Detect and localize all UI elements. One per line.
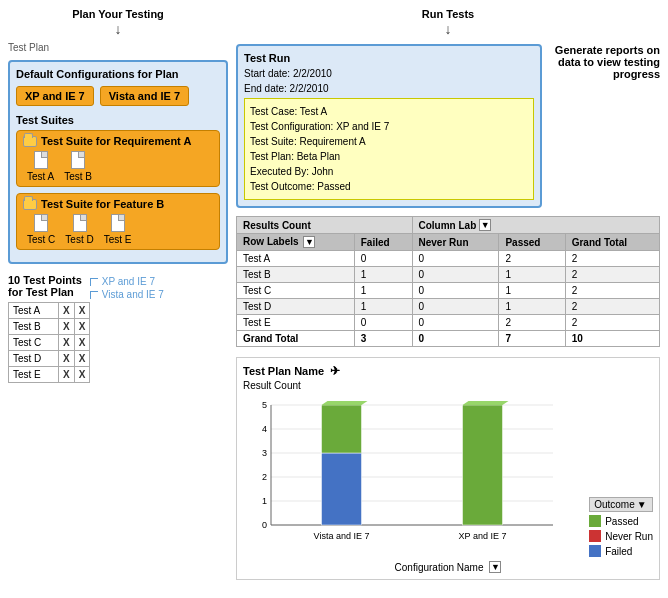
col-row-labels: Row Labels ▼ [237, 234, 355, 251]
svg-text:5: 5 [262, 400, 267, 410]
config-btn-xp[interactable]: XP and IE 7 [16, 86, 94, 106]
test-points-title: 10 Test Points for Test Plan [8, 274, 82, 298]
config-name-row: Configuration Name ▼ [243, 561, 653, 573]
run-tests-title: Run Tests [236, 8, 660, 20]
row-labels-dropdown[interactable]: ▼ [303, 236, 315, 248]
test-item-c: Test C [27, 214, 55, 245]
column-lab-cell: Column Lab ▼ [419, 219, 653, 231]
suite-a-title: Test Suite for Requirement A [23, 135, 213, 147]
chart-title-row: Test Plan Name ✈ [243, 364, 653, 378]
tooltip-box: Test Case: Test A Test Configuration: XP… [244, 98, 534, 200]
table-row: Test AXX [9, 303, 90, 319]
tooltip-test-suite: Test Suite: Requirement A [250, 134, 528, 149]
doc-icon-d [73, 214, 87, 232]
plan-arrow-down: ↓ [8, 22, 228, 36]
results-header-row: Results Count Column Lab ▼ [237, 217, 660, 234]
svg-text:4: 4 [262, 424, 267, 434]
chart-svg-area: 543210Vista and IE 7XP and IE 7 [243, 395, 581, 557]
tooltip-test-outcome: Test Outcome: Passed [250, 179, 528, 194]
results-count-header: Results Count [237, 217, 413, 234]
test-points-section: 10 Test Points for Test Plan XP and IE 7… [8, 274, 228, 383]
legend-failed-color [589, 545, 601, 557]
plan-your-testing-title: Plan Your Testing [8, 8, 228, 20]
test-item-d: Test D [65, 214, 93, 245]
bracket-vista: Vista and IE 7 [90, 289, 164, 300]
svg-text:3: 3 [262, 448, 267, 458]
table-row: Test A0022 [237, 251, 660, 267]
test-item-e: Test E [104, 214, 132, 245]
suite-b-tests: Test C Test D Test E [23, 214, 213, 245]
results-sub-header: Row Labels ▼ Failed Never Run Passed Gra… [237, 234, 660, 251]
start-date: Start date: 2/2/2010 [244, 68, 534, 79]
test-item-b: Test B [64, 151, 92, 182]
legend-passed: Passed [589, 515, 653, 527]
test-plan-label: Test Plan [8, 42, 228, 53]
svg-marker-19 [463, 401, 509, 405]
right-panel: Run Tests ↓ Test Run Start date: 2/2/201… [236, 8, 660, 580]
col-failed: Failed [354, 234, 412, 251]
svg-text:2: 2 [262, 472, 267, 482]
doc-icon-b [71, 151, 85, 169]
table-row: Test CXX [9, 335, 90, 351]
result-count-label: Result Count [243, 380, 653, 391]
col-never-run: Never Run [412, 234, 499, 251]
outcome-dropdown[interactable]: Outcome ▼ [589, 497, 653, 512]
svg-text:0: 0 [262, 520, 267, 530]
chart-area: Test Plan Name ✈ Result Count 543210Vist… [236, 357, 660, 580]
chart-svg: 543210Vista and IE 7XP and IE 7 [243, 395, 563, 555]
points-table: Test AXXTest BXXTest CXXTest DXXTest EXX [8, 302, 90, 383]
config-buttons-container: XP and IE 7 Vista and IE 7 [16, 86, 220, 106]
tooltip-test-plan: Test Plan: Beta Plan [250, 149, 528, 164]
doc-icon-c [34, 214, 48, 232]
left-panel: Plan Your Testing ↓ Test Plan Default Co… [8, 8, 228, 580]
tooltip-test-case: Test Case: Test A [250, 104, 528, 119]
suite-a-box: Test Suite for Requirement A Test A Test… [16, 130, 220, 187]
legend-never-run-label: Never Run [605, 531, 653, 542]
svg-marker-16 [322, 401, 368, 405]
column-lab-label: Column Lab [419, 220, 477, 231]
end-date: End date: 2/2/2010 [244, 83, 534, 94]
chart-icon: ✈ [330, 364, 340, 378]
config-btn-vista[interactable]: Vista and IE 7 [100, 86, 189, 106]
doc-icon-a [34, 151, 48, 169]
table-row: Test B1012 [237, 267, 660, 283]
chart-title: Test Plan Name [243, 365, 324, 377]
plan-box: Default Configurations for Plan XP and I… [8, 60, 228, 264]
svg-rect-18 [463, 405, 503, 525]
legend-failed: Failed [589, 545, 653, 557]
table-row: Test EXX [9, 367, 90, 383]
svg-text:1: 1 [262, 496, 267, 506]
config-name-label: Configuration Name [395, 562, 484, 573]
tooltip-test-config: Test Configuration: XP and IE 7 [250, 119, 528, 134]
chart-legend: Outcome ▼ Passed Never Run Failed [589, 487, 653, 557]
suite-b-box: Test Suite for Feature B Test C Test D T… [16, 193, 220, 250]
suite-a-tests: Test A Test B [23, 151, 213, 182]
generate-label: Generate reports on data to view testing… [550, 44, 660, 80]
run-arrow-down: ↓ [236, 22, 660, 36]
plan-box-title: Default Configurations for Plan [16, 68, 220, 80]
svg-rect-14 [322, 453, 362, 525]
svg-rect-15 [322, 405, 362, 453]
suite-b-title: Test Suite for Feature B [23, 198, 213, 210]
table-row: Test E0022 [237, 315, 660, 331]
legend-passed-color [589, 515, 601, 527]
legend-never-run-color [589, 530, 601, 542]
table-row: Test DXX [9, 351, 90, 367]
run-title: Test Run [244, 52, 534, 64]
col-passed: Passed [499, 234, 565, 251]
suites-label: Test Suites [16, 114, 220, 126]
folder-icon-b [23, 199, 37, 210]
table-row: Test D1012 [237, 299, 660, 315]
column-lab-dropdown[interactable]: ▼ [479, 219, 491, 231]
table-row: Test BXX [9, 319, 90, 335]
bracket-xp: XP and IE 7 [90, 276, 164, 287]
svg-text:XP and IE 7: XP and IE 7 [459, 531, 507, 541]
outcome-label: Outcome [594, 499, 635, 510]
config-name-dropdown[interactable]: ▼ [489, 561, 501, 573]
legend-passed-label: Passed [605, 516, 638, 527]
test-item-a: Test A [27, 151, 54, 182]
legend-never-run: Never Run [589, 530, 653, 542]
tooltip-executed-by: Executed By: John [250, 164, 528, 179]
folder-icon-a [23, 136, 37, 147]
table-row: Test C1012 [237, 283, 660, 299]
